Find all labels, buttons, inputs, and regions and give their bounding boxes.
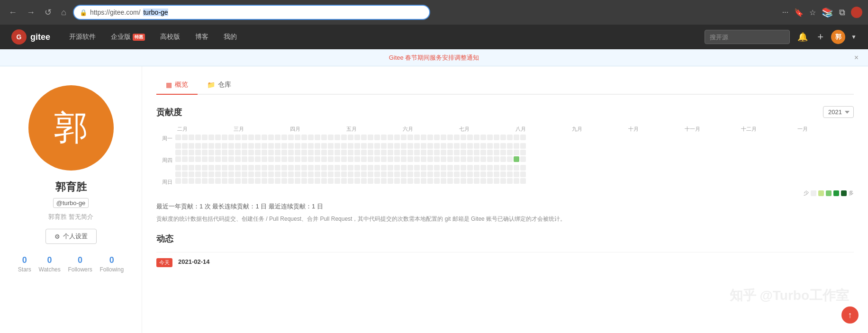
following-label: Following — [99, 266, 124, 273]
contrib-cell — [228, 150, 234, 155]
contrib-cell — [295, 135, 300, 140]
contrib-cell — [182, 135, 188, 140]
gitee-logo[interactable]: G gitee — [11, 29, 50, 45]
contrib-cell — [175, 178, 181, 184]
contrib-cell — [268, 178, 274, 184]
contrib-cell — [361, 178, 367, 184]
contrib-cell — [242, 165, 247, 171]
contrib-cell — [202, 156, 208, 162]
announcement-close[interactable]: × — [854, 54, 859, 62]
contrib-cell — [514, 143, 519, 149]
contrib-cell — [235, 135, 241, 140]
contrib-cell — [281, 171, 287, 177]
contrib-cell — [487, 171, 493, 177]
nav-item-education[interactable]: 高校版 — [153, 25, 188, 49]
contrib-cell — [281, 150, 287, 155]
contrib-cell — [500, 156, 506, 162]
contrib-cell — [447, 171, 453, 177]
contrib-cell — [175, 171, 181, 177]
contrib-cell — [235, 156, 241, 162]
nav-item-enterprise[interactable]: 企业版 特惠 — [103, 25, 153, 49]
nav-item-mine[interactable]: 我的 — [216, 25, 244, 49]
search-input[interactable] — [705, 30, 790, 44]
contrib-cell — [335, 178, 340, 184]
contrib-row-2 — [156, 150, 854, 155]
library-icon[interactable]: 📚 — [822, 7, 833, 18]
tab-overview[interactable]: ▦ 概览 — [156, 76, 198, 95]
contrib-cell — [487, 165, 493, 171]
nav-item-opensource[interactable]: 开源软件 — [62, 25, 103, 49]
contrib-cell — [394, 150, 400, 155]
contrib-cell — [315, 135, 320, 140]
contrib-cell — [222, 135, 227, 140]
contrib-cell — [354, 165, 360, 171]
contrib-cell — [195, 171, 201, 177]
contrib-cell — [447, 143, 453, 149]
contrib-cell — [447, 135, 453, 140]
contrib-cell — [248, 150, 254, 155]
contrib-cell — [381, 143, 387, 149]
address-bar[interactable]: 🔒 https://gitee.com/turbo-ge — [73, 5, 430, 20]
legend-low-label: 少 — [804, 189, 809, 197]
notification-icon[interactable]: 🔔 — [796, 30, 810, 44]
stat-followers[interactable]: 0 Followers — [68, 255, 92, 273]
contrib-cell — [368, 143, 373, 149]
contrib-cell — [321, 165, 327, 171]
contrib-cell — [388, 171, 393, 177]
user-avatar[interactable]: 郭 — [831, 30, 845, 44]
contrib-cell — [427, 143, 433, 149]
scroll-to-top[interactable]: ↑ — [841, 306, 859, 324]
contrib-cell — [447, 165, 453, 171]
contrib-cell — [494, 143, 499, 149]
stat-stars[interactable]: 0 Stars — [18, 255, 31, 273]
stat-following[interactable]: 0 Following — [99, 255, 124, 273]
contrib-cell — [328, 165, 334, 171]
reload-button[interactable]: ↺ — [42, 5, 54, 19]
tab-repo-label: 仓库 — [218, 81, 231, 89]
profile-settings-button[interactable]: ⚙ 个人设置 — [45, 229, 97, 244]
profile-icon[interactable] — [851, 7, 862, 18]
gitee-logo-icon: G — [11, 29, 27, 45]
contrib-cell — [195, 165, 201, 171]
back-button[interactable]: ← — [6, 6, 20, 19]
contrib-cell — [467, 156, 473, 162]
contrib-cell — [427, 178, 433, 184]
tab-icon[interactable]: ⧉ — [839, 8, 845, 18]
contrib-cell — [341, 135, 347, 140]
stat-watches[interactable]: 0 Watches — [39, 255, 61, 273]
day-label-0: 周一 — [156, 135, 175, 142]
legend-high-label: 多 — [849, 189, 854, 197]
contrib-cell — [255, 165, 261, 171]
contrib-cell — [295, 150, 300, 155]
add-icon[interactable]: + — [815, 29, 825, 45]
activity-title: 动态 — [156, 233, 854, 244]
user-dropdown-icon[interactable]: ▼ — [851, 34, 857, 40]
contrib-cell — [507, 135, 513, 140]
contrib-cell — [381, 150, 387, 155]
forward-button[interactable]: → — [24, 6, 38, 19]
contrib-cell — [407, 171, 413, 177]
contrib-cell — [520, 178, 526, 184]
tab-repo[interactable]: 📁 仓库 — [198, 76, 241, 95]
contrib-cell — [228, 165, 234, 171]
year-select[interactable]: 2021 2020 — [823, 106, 854, 118]
contribution-grid-wrap: 二月 三月 四月 五月 六月 七月 八月 九月 十月 十一月 十二月 一月 周一… — [156, 126, 854, 187]
contrib-cell — [421, 150, 426, 155]
contrib-cell — [255, 150, 261, 155]
contrib-cell — [308, 135, 314, 140]
day-label-3: 周四 — [156, 156, 175, 164]
contrib-cell — [281, 135, 287, 140]
bookmark-icon[interactable]: 🔖 — [794, 8, 804, 17]
contrib-cell — [401, 178, 407, 184]
contribution-legend: 少 多 — [156, 189, 854, 197]
home-button[interactable]: ⌂ — [58, 6, 69, 19]
contrib-cell — [335, 156, 340, 162]
nav-item-blog[interactable]: 博客 — [188, 25, 216, 49]
contrib-cells-row-2 — [175, 150, 526, 155]
more-icon[interactable]: ··· — [782, 8, 788, 17]
announcement-link[interactable]: Gitee 春节期间服务安排调整通知 — [389, 54, 479, 61]
contrib-cell — [407, 150, 413, 155]
star-icon[interactable]: ☆ — [809, 8, 816, 17]
contrib-cell — [474, 156, 479, 162]
contrib-cell — [421, 171, 426, 177]
